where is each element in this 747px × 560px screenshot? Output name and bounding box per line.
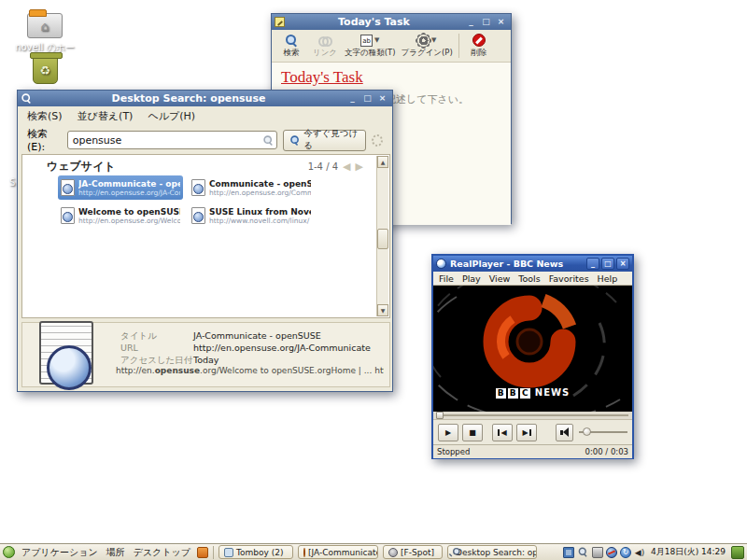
page-prev-icon[interactable]: ◀ (343, 161, 350, 173)
task-desktop-search[interactable]: Desktop Search: ope... (447, 545, 537, 559)
seek-handle[interactable] (436, 412, 444, 419)
menu-tools[interactable]: Tools (518, 273, 540, 284)
bbc-news-caption: BBCNEWS (433, 386, 632, 399)
menu-play[interactable]: Play (462, 273, 481, 284)
folder-home-icon: ⌂ (27, 13, 63, 38)
toolbar-separator (458, 34, 459, 58)
note-icon (275, 17, 285, 27)
volume-handle[interactable] (583, 427, 591, 436)
text-format-icon (360, 35, 373, 47)
menu-sort[interactable]: 並び替え(T) (78, 109, 134, 123)
applications-menu[interactable]: アプリケーション (20, 546, 100, 559)
minimize-icon[interactable] (464, 16, 478, 28)
stop-button[interactable]: ■ (462, 424, 483, 441)
result-item[interactable]: JA-Communicate - openSUSE http://en.open… (58, 175, 183, 200)
webpage-large-icon (39, 321, 93, 385)
maximize-icon[interactable] (479, 16, 493, 28)
search-row: 検索(E): opensuse 今すぐ見つける (18, 126, 392, 154)
scrollbar-thumb[interactable] (377, 229, 388, 249)
playback-status: Stopped (437, 447, 470, 456)
magnifier-icon (290, 135, 299, 145)
menu-search[interactable]: 検索(S) (27, 109, 63, 123)
close-icon[interactable] (494, 16, 508, 28)
tomboy-icon (224, 548, 233, 557)
suse-menu-icon[interactable] (3, 546, 15, 558)
magnifier-icon (286, 35, 298, 47)
task-fspot[interactable]: [F-Spot] (383, 545, 443, 559)
webpage-icon (191, 179, 205, 196)
realplayer-statusbar: Stopped 0:00 / 0:03 (433, 444, 632, 458)
menu-view[interactable]: View (489, 273, 511, 284)
firefox-icon (303, 548, 305, 557)
detail-url-value[interactable]: http://en.opensuse.org/JA-Communicate (193, 343, 371, 353)
close-icon[interactable] (375, 92, 389, 105)
menu-favorites[interactable]: Favorites (549, 273, 589, 284)
scroll-down-icon[interactable]: ▼ (377, 304, 388, 316)
note-heading: Today's Task (281, 68, 501, 87)
volume-slider[interactable] (579, 427, 627, 437)
scroll-up-icon[interactable]: ▲ (377, 156, 388, 168)
webpage-icon (61, 179, 75, 196)
category-label: ウェブサイト (47, 159, 116, 175)
places-menu[interactable]: 場所 (105, 546, 127, 559)
next-button[interactable]: ▶ (516, 424, 537, 441)
maximize-icon[interactable] (360, 92, 374, 105)
updater-tray-icon[interactable]: ↻ (620, 547, 631, 558)
tomboy-titlebar[interactable]: Today's Task (272, 14, 511, 30)
search-tray-icon[interactable] (579, 548, 588, 557)
taskbar: アプリケーション 場所 デスクトップ Tomboy (2) [JA-Commun… (0, 543, 747, 560)
results-scrollbar[interactable]: ▲ ▼ (376, 156, 388, 316)
playback-controls: ▶ ■ ◀ ▶ (433, 420, 632, 444)
playback-time: 0:00 / 0:03 (585, 447, 628, 456)
play-button[interactable]: ▶ (438, 424, 458, 441)
speaker-icon (560, 427, 569, 437)
tomboy-plugins-button[interactable]: ▼ プラグイン(P) (402, 34, 453, 59)
menu-help[interactable]: Help (598, 273, 618, 284)
detail-title-label: タイトル (120, 330, 193, 343)
result-details-pane: タイトル JA-Communicate - openSUSE URL http:… (21, 322, 390, 387)
show-desktop-icon[interactable] (731, 546, 744, 559)
menu-help[interactable]: ヘルプ(H) (148, 109, 195, 123)
printer-tray-icon[interactable] (592, 547, 603, 558)
gear-icon (417, 35, 430, 47)
busy-spinner-icon (372, 134, 383, 147)
menu-file[interactable]: File (439, 273, 454, 284)
minimize-icon[interactable] (345, 92, 359, 105)
tomboy-delete-button[interactable]: 削除 (465, 34, 493, 59)
search-titlebar[interactable]: Desktop Search: opensuse (18, 91, 392, 106)
partial-desktop-icon-label[interactable]: S (9, 177, 15, 188)
realplayer-tray-icon[interactable] (606, 547, 617, 558)
magnifier-icon (263, 135, 273, 145)
search-window-title: Desktop Search: opensuse (33, 92, 345, 105)
link-icon (318, 35, 332, 45)
clock[interactable]: 4月18日(火) 14:29 (648, 546, 728, 558)
maximize-icon[interactable]: □ (601, 258, 614, 270)
search-input[interactable]: opensuse (67, 131, 277, 149)
minimize-icon[interactable]: _ (586, 258, 599, 270)
video-area[interactable]: BBCNEWS (433, 286, 632, 412)
volume-tray-icon[interactable]: ◀) (634, 547, 645, 558)
close-icon[interactable]: × (616, 258, 629, 270)
realplayer-titlebar[interactable]: RealPlayer - BBC News _ □ × (433, 256, 632, 272)
find-now-button[interactable]: 今すぐ見つける (283, 130, 366, 151)
result-item[interactable]: SUSE Linux from Novell http://www.novell… (189, 203, 314, 228)
task-browser[interactable]: [JA-Communicate - o... (298, 545, 378, 559)
task-tomboy[interactable]: Tomboy (2) (218, 545, 293, 559)
taskbar-separator (213, 546, 214, 559)
display-tray-icon[interactable] (563, 547, 574, 558)
launcher-icon[interactable] (197, 547, 208, 558)
detail-snippet: http://en.opensuse.org/Welcome to openSU… (116, 366, 384, 375)
seek-bar[interactable] (433, 412, 632, 420)
previous-button[interactable]: ◀ (492, 424, 513, 441)
volume-button[interactable] (556, 424, 573, 441)
category-row: ウェブサイト 1-4 / 4 ◀ ▶ (22, 155, 389, 175)
page-next-icon[interactable]: ▶ (356, 161, 363, 173)
desktop-menu[interactable]: デスクトップ (132, 546, 192, 559)
magnifier-icon (21, 93, 31, 103)
result-item[interactable]: Communicate - openSUSE http://en.opensus… (189, 175, 314, 200)
tomboy-link-button[interactable]: リンク (311, 34, 339, 59)
tomboy-text-button[interactable]: ▼ 文字の種類(T) (345, 34, 396, 59)
result-item[interactable]: Welcome to openSUSE.org - openSUSE http:… (58, 203, 183, 228)
desktop: ⌂ novell のホーム ♻ ゴミ箱 S Today's Task 検索 リン… (0, 0, 747, 560)
tomboy-search-button[interactable]: 検索 (277, 34, 305, 59)
